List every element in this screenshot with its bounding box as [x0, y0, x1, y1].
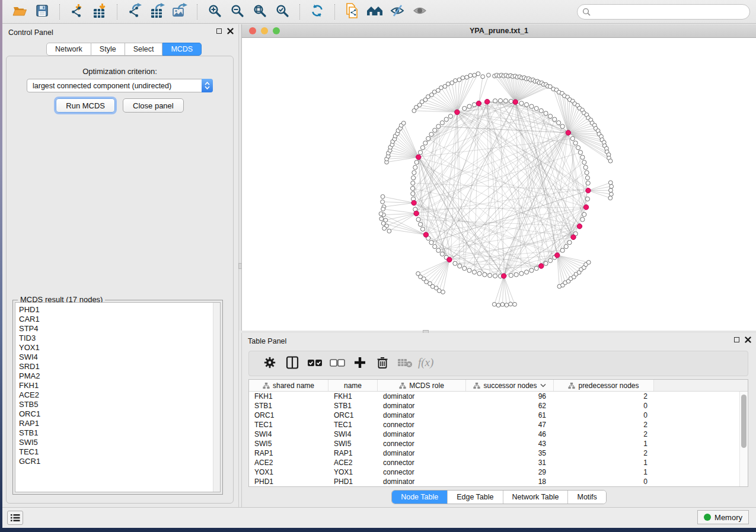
network-node[interactable]	[557, 121, 561, 125]
mcds-result-item[interactable]: ORC1	[15, 409, 220, 419]
network-node[interactable]	[524, 102, 528, 107]
network-node[interactable]	[381, 207, 385, 211]
gear-button[interactable]	[259, 355, 281, 373]
table-row[interactable]: STB1STB1dominator620	[249, 401, 739, 411]
network-node[interactable]	[586, 260, 591, 264]
network-node[interactable]	[440, 252, 444, 256]
export-image-button[interactable]	[171, 3, 189, 21]
network-node[interactable]	[567, 241, 572, 245]
network-node[interactable]	[578, 150, 582, 155]
table-row[interactable]: PHD1PHD1dominator180	[249, 477, 739, 486]
network-node[interactable]	[481, 75, 485, 79]
zoom-selected-button[interactable]	[273, 3, 291, 21]
network-node[interactable]	[582, 160, 586, 164]
tab-node-table[interactable]: Node Table	[392, 491, 447, 504]
mcds-result-item[interactable]: STP4	[15, 324, 220, 334]
column-header-successor-nodes[interactable]: successor nodes	[466, 380, 554, 391]
mcds-hub-node[interactable]	[412, 200, 416, 205]
network-node[interactable]	[381, 194, 385, 198]
network-node[interactable]	[608, 159, 613, 163]
network-node[interactable]	[573, 141, 578, 145]
session-home-button[interactable]	[366, 3, 384, 21]
open-file-button[interactable]	[11, 3, 28, 21]
table-scrollbar[interactable]	[739, 392, 748, 486]
network-node[interactable]	[585, 197, 589, 201]
mcds-hub-node[interactable]	[501, 274, 506, 278]
tab-network[interactable]: Network	[46, 43, 91, 56]
network-node[interactable]	[580, 217, 585, 222]
network-node[interactable]	[477, 271, 481, 275]
mcds-hub-node[interactable]	[455, 110, 460, 114]
network-node[interactable]	[500, 303, 505, 307]
search-box[interactable]	[577, 4, 750, 20]
import-network-button[interactable]	[68, 3, 86, 21]
network-node[interactable]	[608, 196, 613, 200]
mcds-hub-node[interactable]	[539, 264, 544, 268]
vertical-splitter[interactable]	[239, 24, 241, 331]
mcds-result-item[interactable]: RAP1	[15, 419, 220, 428]
network-node[interactable]	[493, 274, 497, 278]
mcds-result-item[interactable]: PMA2	[15, 371, 220, 381]
network-node[interactable]	[467, 104, 471, 108]
network-node[interactable]	[473, 73, 477, 78]
network-node[interactable]	[467, 268, 471, 273]
mcds-hub-node[interactable]	[423, 232, 428, 237]
network-node[interactable]	[513, 302, 517, 306]
network-node[interactable]	[439, 86, 444, 90]
mcds-result-item[interactable]: FKH1	[15, 381, 220, 390]
network-node[interactable]	[609, 188, 613, 193]
tab-mcds[interactable]: MCDS	[162, 43, 202, 56]
column-header-shared-name[interactable]: shared name	[249, 380, 328, 391]
column-header-name[interactable]: name	[328, 380, 378, 391]
network-node[interactable]	[534, 266, 538, 270]
table-row[interactable]: TEC1TEC1connector472	[249, 420, 739, 430]
task-history-button[interactable]	[7, 511, 23, 525]
network-node[interactable]	[418, 222, 422, 226]
share-network-document-button[interactable]	[343, 3, 361, 21]
mcds-hub-node[interactable]	[571, 235, 576, 239]
network-node[interactable]	[585, 176, 589, 180]
columns-button[interactable]	[281, 355, 304, 373]
network-node[interactable]	[483, 273, 487, 277]
table-row[interactable]: ACE2ACE2connector311	[249, 458, 739, 467]
mcds-hub-node[interactable]	[414, 211, 419, 216]
column-header-MCDS-role[interactable]: MCDS role	[378, 380, 466, 391]
network-node[interactable]	[560, 124, 564, 129]
network-node[interactable]	[583, 165, 588, 169]
network-node[interactable]	[420, 146, 425, 150]
network-node[interactable]	[381, 222, 385, 226]
network-node[interactable]	[509, 273, 513, 277]
mcds-result-item[interactable]: TEC1	[15, 447, 220, 457]
network-node[interactable]	[487, 73, 491, 77]
mcds-result-item[interactable]: PHD1	[15, 305, 220, 315]
network-node[interactable]	[509, 99, 513, 103]
mcds-hub-node[interactable]	[555, 253, 560, 258]
network-node[interactable]	[410, 186, 414, 190]
mcds-hub-node[interactable]	[566, 130, 570, 135]
network-titlebar[interactable]: YPA_prune.txt_1	[242, 24, 756, 38]
table-row[interactable]: YOX1YOX1connector291	[249, 467, 739, 477]
mcds-hub-node[interactable]	[586, 188, 591, 193]
network-node[interactable]	[553, 117, 557, 121]
zoom-fit-button[interactable]	[251, 3, 269, 21]
table-row[interactable]: ORC1ORC1dominator610	[249, 411, 739, 420]
network-node[interactable]	[529, 104, 534, 108]
mcds-hub-node[interactable]	[513, 100, 518, 104]
network-node[interactable]	[514, 273, 518, 277]
import-table-button[interactable]	[91, 3, 109, 21]
mcds-result-item[interactable]: SWI4	[15, 352, 220, 362]
network-node[interactable]	[420, 227, 425, 231]
network-node[interactable]	[472, 270, 476, 274]
network-node[interactable]	[544, 261, 548, 265]
mcds-hub-node[interactable]	[447, 257, 452, 262]
network-node[interactable]	[519, 101, 524, 105]
mcds-hub-node[interactable]	[416, 155, 421, 159]
network-node[interactable]	[582, 212, 586, 216]
network-node[interactable]	[412, 171, 416, 175]
float-panel-icon[interactable]	[216, 28, 222, 34]
network-node[interactable]	[503, 99, 508, 103]
mcds-hub-node[interactable]	[476, 101, 481, 105]
network-node[interactable]	[519, 271, 524, 275]
tab-style[interactable]: Style	[91, 43, 125, 56]
network-node[interactable]	[436, 124, 441, 129]
